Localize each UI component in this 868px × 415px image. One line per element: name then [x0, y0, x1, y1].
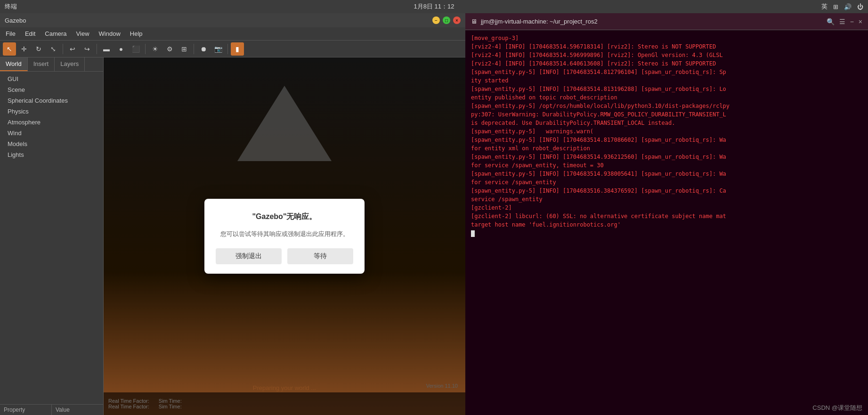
terminal-line: is deprecated. Use DurabilityPolicy.TRAN…: [471, 119, 862, 127]
tree-item-scene[interactable]: Scene: [0, 84, 103, 95]
terminal-line: for entity xml on robot_description: [471, 144, 862, 153]
toolbar: ↖ ✛ ↻ ⤡ ↩ ↪ ▬ ● ⬛ ☀ ⚙ ⊞ ⏺ 📷 ▮: [0, 41, 465, 57]
terminal-line: [rviz2-4] [INFO] [1704683514.596718314] …: [471, 42, 862, 51]
toolbar-sep-2: [97, 44, 97, 54]
camera-shot-button[interactable]: 📷: [211, 42, 225, 56]
terminal-line: [spawn_entity.py-5] [INFO] [1704683516.3…: [471, 187, 862, 195]
app-name: 终端: [5, 2, 17, 11]
terminal-line: [rviz2-4] [INFO] [1704683514.640613608] …: [471, 59, 862, 68]
left-panel: World Insert Layers GUI Scene Spherical …: [0, 57, 104, 415]
translate-tool[interactable]: ✛: [17, 42, 31, 56]
tab-layers[interactable]: Layers: [55, 57, 85, 71]
wait-button[interactable]: 等待: [287, 248, 353, 264]
menu-help[interactable]: Help: [126, 29, 146, 38]
dialog-overlay: "Gazebo"无响应。 您可以尝试等待其响应或强制退出此应用程序。 强制退出 …: [104, 57, 465, 415]
cursor-tool[interactable]: ↖: [3, 42, 16, 56]
system-bar-left: 终端: [5, 2, 17, 11]
grid-tool[interactable]: ⊞: [178, 42, 191, 56]
terminal-line: [spawn_entity.py-5] [INFO] [1704683514.9…: [471, 153, 862, 161]
terminal-close-icon[interactable]: ×: [859, 18, 862, 25]
menu-edit[interactable]: Edit: [21, 29, 39, 38]
menu-bar: File Edit Camera View Window Help: [0, 27, 465, 41]
terminal-line: service /spawn_entity: [471, 195, 862, 203]
terminal-line: [gzclient-2]: [471, 203, 862, 212]
tree-item-physics[interactable]: Physics: [0, 106, 103, 117]
terminal-content[interactable]: [move_group-3][rviz2-4] [INFO] [17046835…: [465, 30, 868, 415]
system-bar-right: 英 ⊞ 🔊 ⏻: [821, 2, 863, 11]
toolbar-sep-1: [63, 44, 63, 54]
gazebo-window: Gazebo − □ × File Edit Camera View Windo…: [0, 13, 465, 415]
cylinder-tool[interactable]: ⬛: [129, 42, 142, 56]
rotate-tool[interactable]: ↻: [32, 42, 45, 56]
terminal-line: entity published on topic robot_descript…: [471, 93, 862, 102]
title-bar-buttons: − □ ×: [432, 16, 461, 24]
tree-item-wind[interactable]: Wind: [0, 128, 103, 138]
terminal-icon: 🖥: [471, 18, 477, 25]
tab-world[interactable]: World: [0, 57, 28, 71]
terminal-title-right: 🔍 ☰ − ×: [827, 18, 862, 25]
terminal-line: [spawn_entity.py-5] /opt/ros/humble/loca…: [471, 102, 862, 110]
tab-insert[interactable]: Insert: [28, 57, 55, 71]
close-button[interactable]: ×: [453, 16, 461, 24]
toolbar-sep-5: [227, 44, 228, 54]
minimize-button[interactable]: −: [432, 16, 440, 24]
terminal-line: [spawn_entity.py-5] [INFO] [1704683514.8…: [471, 68, 862, 76]
terminal-line: [spawn_entity.py-5] [INFO] [1704683514.9…: [471, 170, 862, 178]
gazebo-content: World Insert Layers GUI Scene Spherical …: [0, 57, 465, 415]
network-icon: ⊞: [833, 3, 838, 10]
terminal-line: [move_group-3]: [471, 34, 862, 42]
redo-button[interactable]: ↪: [81, 42, 94, 56]
terminal-line: [spawn_entity.py-5] [INFO] [1704683514.8…: [471, 85, 862, 93]
power-icon: ⏻: [857, 3, 863, 10]
undo-button[interactable]: ↩: [66, 42, 79, 56]
terminal-line: for service /spawn_entity: [471, 178, 862, 187]
tree-item-lights[interactable]: Lights: [0, 149, 103, 160]
box-tool[interactable]: ▬: [100, 42, 113, 56]
datetime: 1月8日 11：12: [414, 3, 454, 10]
terminal-line: [spawn_entity.py-5] [INFO] [1704683514.8…: [471, 136, 862, 144]
force-quit-button[interactable]: 强制退出: [216, 248, 282, 264]
gazebo-title-bar: Gazebo − □ ×: [0, 13, 465, 27]
terminal-line: [rviz2-4] [INFO] [1704683514.596999896] …: [471, 51, 862, 59]
csdn-watermark: CSDN @课堂随想: [812, 404, 862, 412]
sun-tool[interactable]: ☀: [148, 42, 162, 56]
terminal-line: [spawn_entity.py-5] warnings.warn(: [471, 127, 862, 136]
system-bar: 终端 1月8日 11：12 英 ⊞ 🔊 ⏻: [0, 0, 868, 13]
terminal-title-left: 🖥 jjm@jjm-virtual-machine: ~/ur_project_…: [471, 18, 598, 25]
maximize-button[interactable]: □: [443, 16, 450, 24]
tree-item-atmosphere[interactable]: Atmosphere: [0, 117, 103, 128]
terminal-line: ity started: [471, 76, 862, 85]
tree-item-gui[interactable]: GUI: [0, 73, 103, 84]
terminal-line: py:307: UserWarning: DurabilityPolicy.RM…: [471, 110, 862, 119]
terminal-title: jjm@jjm-virtual-machine: ~/ur_project_ro…: [481, 18, 598, 25]
menu-camera[interactable]: Camera: [41, 29, 70, 38]
viewport[interactable]: "Gazebo"无响应。 您可以尝试等待其响应或强制退出此应用程序。 强制退出 …: [104, 57, 465, 415]
toolbar-sep-3: [145, 44, 146, 54]
active-mode-button[interactable]: ▮: [231, 42, 244, 56]
scale-tool[interactable]: ⤡: [47, 42, 60, 56]
terminal-line: for service /spawn_entity, timeout = 30: [471, 161, 862, 170]
terminal-cursor: [471, 230, 475, 237]
sphere-tool[interactable]: ●: [114, 42, 128, 56]
joint-tool[interactable]: ⚙: [163, 42, 176, 56]
lang-indicator: 英: [821, 2, 827, 11]
panel-footer: Property Value: [0, 404, 103, 415]
dialog-message: 您可以尝试等待其响应或强制退出此应用程序。: [220, 229, 349, 239]
camera-record-button[interactable]: ⏺: [197, 42, 210, 56]
terminal-window: 🖥 jjm@jjm-virtual-machine: ~/ur_project_…: [465, 13, 868, 415]
menu-icon[interactable]: ☰: [839, 18, 845, 25]
dialog-box: "Gazebo"无响应。 您可以尝试等待其响应或强制退出此应用程序。 强制退出 …: [204, 199, 365, 274]
panel-tree: GUI Scene Spherical Coordinates Physics …: [0, 72, 103, 404]
dialog-title: "Gazebo"无响应。: [252, 212, 317, 222]
terminal-title-bar: 🖥 jjm@jjm-virtual-machine: ~/ur_project_…: [465, 13, 868, 30]
menu-view[interactable]: View: [73, 29, 93, 38]
menu-file[interactable]: File: [2, 29, 19, 38]
search-icon[interactable]: 🔍: [827, 18, 835, 25]
terminal-cursor-line: [471, 229, 862, 237]
terminal-minimize-icon[interactable]: −: [850, 18, 854, 25]
tree-item-models[interactable]: Models: [0, 138, 103, 149]
menu-window[interactable]: Window: [95, 29, 124, 38]
tree-item-spherical[interactable]: Spherical Coordinates: [0, 95, 103, 106]
volume-icon: 🔊: [844, 3, 852, 10]
panel-tabs: World Insert Layers: [0, 57, 103, 72]
